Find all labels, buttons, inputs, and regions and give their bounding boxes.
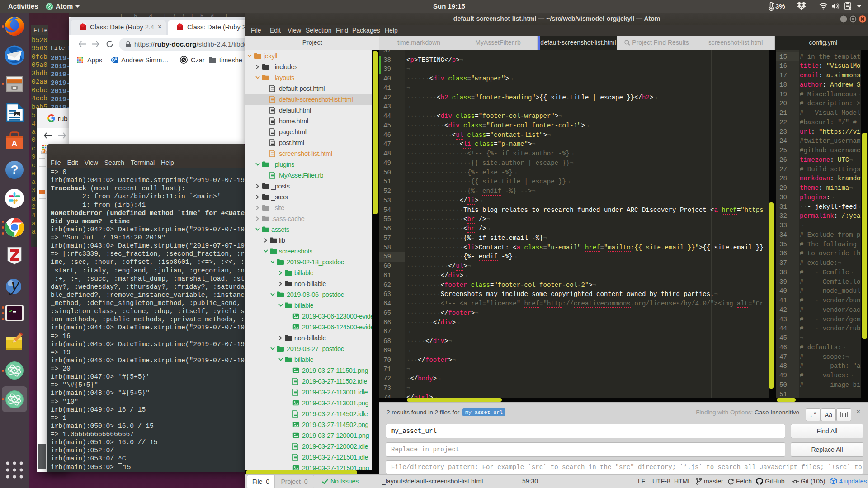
svg-text:y: y (9, 274, 19, 295)
svg-text:A: A (12, 139, 17, 148)
svg-text:>: > (9, 308, 12, 314)
svg-text:?: ? (10, 163, 18, 177)
